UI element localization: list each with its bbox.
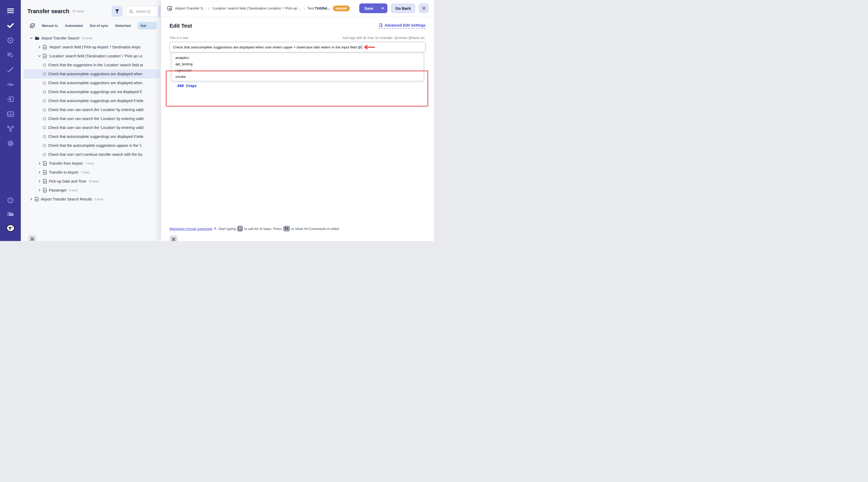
funnel-icon <box>115 9 120 14</box>
tree-item-test[interactable]: Check that autocomplete suggestions are … <box>24 69 159 78</box>
tree-item-count: 51 tests <box>82 37 92 40</box>
tree-item-test[interactable]: Check that user can search the 'Location… <box>24 105 159 114</box>
tree-item-label: 'Airport' search field ('Pick-up Airport… <box>49 45 140 49</box>
tab-out-of-sync[interactable]: Out of sync <box>90 24 108 28</box>
tag-suggestion[interactable]: analytics <box>171 55 424 61</box>
save-button-label: Save <box>359 3 378 13</box>
chevron-right-icon[interactable] <box>38 171 41 174</box>
tree-item-doc[interactable]: Airport Transfer Search Results0 tests <box>24 195 159 204</box>
tree-item-doc[interactable]: Pick-up Date and Time10 tests <box>24 177 159 186</box>
tree-item-test[interactable]: Check that user can search the 'Location… <box>24 123 159 132</box>
test-circle-icon <box>43 81 46 85</box>
menu-icon[interactable] <box>4 6 17 16</box>
tree-item-label: 'Location' search field ('Destination Lo… <box>49 54 143 58</box>
tree-item-label: Check that autocomplete suggestions are … <box>48 81 143 85</box>
go-back-button[interactable]: Go Back <box>391 3 415 13</box>
tree-item-label: Check that autocomplete suggestings are … <box>48 90 142 94</box>
status-badge: manual <box>333 5 350 11</box>
save-button[interactable]: Save <box>359 3 388 13</box>
analytics-pulse-icon[interactable] <box>4 79 17 90</box>
test-circle-icon <box>43 72 46 76</box>
test-title-value: Check that autocomplete suggestions are … <box>173 45 361 49</box>
help-icon[interactable]: ? <box>4 195 17 205</box>
tree-item-doc[interactable]: Transfer from Airport7 tests <box>24 159 159 168</box>
steps-heading: ### Steps <box>177 84 426 88</box>
suite-doc-icon <box>43 45 47 50</box>
test-circle-icon <box>43 117 46 121</box>
chevron-right-icon[interactable] <box>38 189 41 192</box>
branches-icon[interactable] <box>4 124 17 134</box>
chevron-right-icon[interactable] <box>30 198 33 201</box>
runs-icon[interactable] <box>4 35 17 45</box>
tag-suggestion[interactable]: regression <box>171 67 424 73</box>
chevron-down-icon[interactable] <box>38 55 41 58</box>
tree-item-test[interactable]: Check that autocomplete suggestions are … <box>24 78 159 87</box>
suite-doc-icon <box>43 54 47 58</box>
tree-item-label: Passenger <box>49 188 67 192</box>
chevron-right-icon[interactable] <box>38 180 41 183</box>
chevron-right-icon[interactable] <box>38 162 41 165</box>
tree-item-test[interactable]: Check that autocomplete suggestings are … <box>24 87 159 96</box>
search-clear-button[interactable] <box>158 5 161 18</box>
suite-doc-icon <box>43 161 47 166</box>
breadcrumb-item-subsuite[interactable]: 'Location' search field ('Destination Lo… <box>212 6 301 10</box>
f1-keycap: F1 <box>283 226 290 231</box>
filter-button[interactable] <box>112 6 123 17</box>
tree-item-count: 10 tests <box>89 180 99 183</box>
avatar[interactable] <box>4 223 17 233</box>
tests-icon[interactable] <box>4 21 17 31</box>
test-circle-icon <box>43 126 46 129</box>
breadcrumb-item-suite[interactable]: Airport Transfer S... <box>175 6 206 10</box>
tab-detached[interactable]: Detached <box>115 24 131 28</box>
chevron-down-icon[interactable] <box>30 37 33 40</box>
command-key-hint: ⌘ <box>28 235 36 241</box>
settings-icon[interactable] <box>4 138 17 149</box>
test-circle-icon <box>43 63 46 67</box>
editor-footer-hint: Markdown format supported . Start typing… <box>169 226 340 231</box>
tab-aut[interactable]: Aut <box>138 22 157 29</box>
test-circle-icon <box>43 90 46 94</box>
tab-automated[interactable]: Automated <box>65 24 83 28</box>
tree-item-doc[interactable]: Passenger6 tests <box>24 186 159 195</box>
tree-item-test[interactable]: Check that autocomplete suggestings are … <box>24 96 159 105</box>
test-title-input[interactable]: Check that autocomplete suggestions are … <box>169 42 426 52</box>
test-plans-icon[interactable] <box>4 50 17 60</box>
close-panel-button[interactable] <box>419 3 429 13</box>
select-all-icon[interactable] <box>29 23 35 28</box>
reports-icon[interactable] <box>4 109 17 119</box>
cmd-keycap: ⌘ <box>28 235 36 241</box>
projects-icon[interactable] <box>4 209 17 219</box>
import-icon[interactable] <box>4 94 17 104</box>
tag-suggestion[interactable]: smoke <box>171 73 424 80</box>
chevron-right-icon[interactable] <box>38 45 41 49</box>
save-dropdown-toggle[interactable] <box>378 3 388 13</box>
advanced-edit-settings-link[interactable]: Advanced Edit Settings <box>378 23 426 29</box>
tree-item-count: 7 tests <box>85 162 94 165</box>
tag-suggestion[interactable]: api_testing <box>171 61 424 67</box>
test-tree: Airport Transfer Search51 tests'Airport'… <box>21 34 161 204</box>
tree-item-doc[interactable]: 'Airport' search field ('Pick-up Airport… <box>24 43 159 52</box>
tree-item-label: Check that user can search the 'Location… <box>48 107 144 112</box>
tree-item-count: 6 tests <box>69 189 78 192</box>
tree-item-test[interactable]: Check that user can search the 'Location… <box>24 114 159 123</box>
close-icon <box>422 6 426 10</box>
annotation-arrow-icon <box>363 45 375 50</box>
tree-item-test[interactable]: Check that the autocomplete suggestions … <box>24 141 159 150</box>
tests-filter-tabs: Manual51AutomatedOut of syncDetachedAut <box>29 21 161 30</box>
tree-item-test[interactable]: Check that autocomplete suggestings are … <box>24 132 159 141</box>
edit-test-body: Edit Test Advanced Edit Settings Title o… <box>161 17 434 241</box>
tree-item-test[interactable]: Check that user can't continue transfer … <box>24 150 159 159</box>
breadcrumb-item-test[interactable]: Test T2435d... <box>307 6 330 10</box>
tree-item-label: Check that autocomplete suggestings are … <box>48 134 144 139</box>
test-id: T2435d... <box>315 6 330 10</box>
tree-item-folder[interactable]: Airport Transfer Search51 tests <box>24 34 159 43</box>
tree-item-doc[interactable]: 'Location' search field ('Destination Lo… <box>24 52 159 61</box>
search-input[interactable] <box>135 9 161 14</box>
tree-item-test[interactable]: Check that the suggestions in the 'Locat… <box>24 61 159 69</box>
milestones-icon[interactable] <box>4 65 17 75</box>
tab-manual[interactable]: Manual51 <box>42 24 58 28</box>
suite-doc-icon <box>43 179 47 184</box>
edit-test-heading: Edit Test <box>169 23 192 29</box>
tree-item-doc[interactable]: Transfer to Airport7 tests <box>24 168 159 177</box>
markdown-supported-link[interactable]: Markdown format supported <box>169 227 217 231</box>
